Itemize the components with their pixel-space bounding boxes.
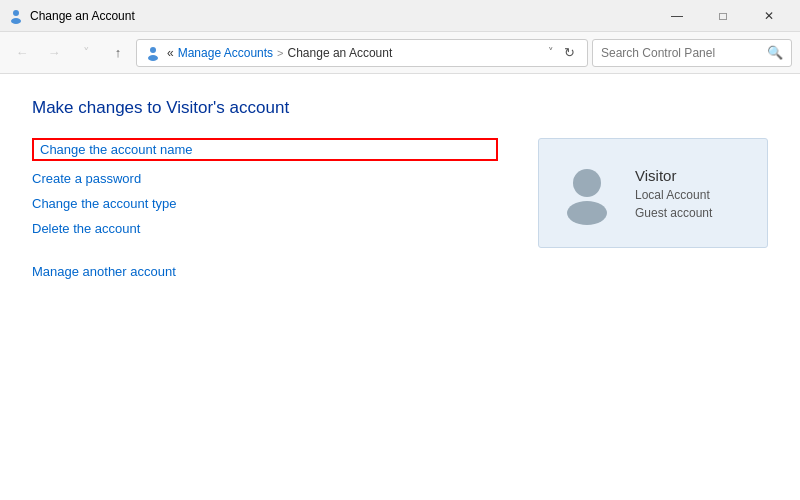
search-input[interactable] — [601, 46, 767, 60]
account-detail-2: Guest account — [635, 206, 712, 220]
content-area: Change the account nameCreate a password… — [32, 138, 768, 279]
link-create-password[interactable]: Create a password — [32, 171, 498, 186]
main-content: Make changes to Visitor's account Change… — [0, 74, 800, 500]
svg-point-1 — [11, 18, 21, 24]
up-button[interactable]: ↑ — [104, 39, 132, 67]
title-bar-title: Change an Account — [30, 9, 654, 23]
maximize-button[interactable]: □ — [700, 0, 746, 32]
svg-point-0 — [13, 10, 19, 16]
title-bar-controls: — □ ✕ — [654, 0, 792, 32]
link-change-name[interactable]: Change the account name — [32, 138, 498, 161]
search-box: 🔍 — [592, 39, 792, 67]
address-bar: « Manage Accounts > Change an Account ˅ … — [136, 39, 588, 67]
breadcrumb-root: « — [167, 46, 174, 60]
account-card: Visitor Local Account Guest account — [538, 138, 768, 248]
minimize-button[interactable]: — — [654, 0, 700, 32]
dropdown-button[interactable]: ˅ — [72, 39, 100, 67]
breadcrumb-separator: > — [277, 47, 283, 59]
search-icon[interactable]: 🔍 — [767, 45, 783, 60]
refresh-button[interactable]: ↻ — [560, 43, 579, 62]
account-name: Visitor — [635, 167, 712, 184]
title-bar-icon — [8, 8, 24, 24]
svg-point-4 — [573, 169, 601, 197]
page-title: Make changes to Visitor's account — [32, 98, 768, 118]
account-info: Visitor Local Account Guest account — [635, 167, 712, 220]
close-button[interactable]: ✕ — [746, 0, 792, 32]
address-bar-icon — [145, 45, 161, 61]
title-bar: Change an Account — □ ✕ — [0, 0, 800, 32]
link-delete-account[interactable]: Delete the account — [32, 221, 498, 236]
forward-button[interactable]: → — [40, 39, 68, 67]
breadcrumb: « Manage Accounts > Change an Account — [167, 46, 542, 60]
svg-point-2 — [150, 47, 156, 53]
nav-bar: ← → ˅ ↑ « Manage Accounts > Change an Ac… — [0, 32, 800, 74]
address-chevron-icon[interactable]: ˅ — [548, 46, 554, 59]
link-manage-another[interactable]: Manage another account — [32, 264, 498, 279]
account-avatar-icon — [555, 161, 619, 225]
breadcrumb-manage-accounts[interactable]: Manage Accounts — [178, 46, 273, 60]
account-detail-1: Local Account — [635, 188, 712, 202]
link-change-type[interactable]: Change the account type — [32, 196, 498, 211]
links-section: Change the account nameCreate a password… — [32, 138, 498, 279]
breadcrumb-current: Change an Account — [288, 46, 393, 60]
svg-point-5 — [567, 201, 607, 225]
svg-point-3 — [148, 55, 158, 61]
back-button[interactable]: ← — [8, 39, 36, 67]
